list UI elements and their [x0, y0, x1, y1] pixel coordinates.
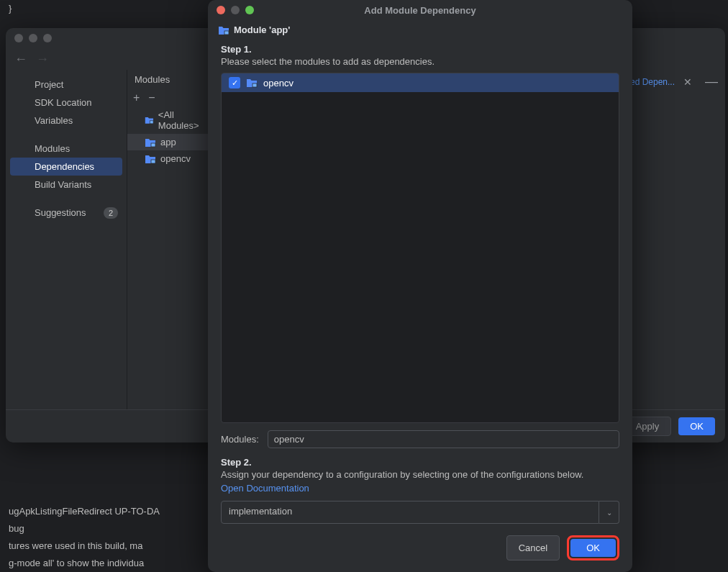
minimize-icon[interactable] [29, 34, 37, 42]
add-module-dependency-dialog: Add Module Dependency Module 'app' Step … [208, 0, 632, 572]
modules-header: Modules [127, 70, 211, 89]
folder-icon [218, 25, 229, 35]
dialog-module-label: Module 'app' [208, 20, 632, 40]
nav-item-modules[interactable]: Modules [6, 140, 127, 158]
dialog-title: Add Module Dependency [208, 5, 632, 16]
step1-description: Please select the modules to add as depe… [208, 55, 632, 73]
module-item-opencv[interactable]: opencv [127, 150, 211, 167]
configuration-select-value[interactable]: implementation [221, 501, 599, 524]
maximize-icon[interactable] [245, 6, 254, 14]
suggestions-badge: 2 [104, 207, 118, 219]
svg-rect-3 [224, 31, 229, 35]
minimize-icon[interactable]: — [705, 74, 718, 89]
module-row-label: opencv [263, 78, 294, 88]
folder-icon [145, 154, 156, 164]
configuration-select[interactable]: implementation ⌄ [221, 501, 619, 524]
ok-button[interactable]: OK [570, 539, 616, 557]
close-icon[interactable] [14, 34, 23, 42]
back-arrow-icon[interactable]: ← [14, 52, 27, 67]
chevron-down-icon[interactable]: ⌄ [599, 501, 619, 524]
module-item-app[interactable]: app [127, 134, 211, 150]
forward-arrow-icon[interactable]: → [36, 52, 49, 67]
modules-input-label: Modules: [221, 434, 259, 445]
modules-input[interactable] [268, 430, 619, 448]
dependency-module-list[interactable]: ✓ opencv [221, 73, 619, 423]
cancel-button[interactable]: Cancel [506, 535, 560, 560]
nav-item-build-variants[interactable]: Build Variants [6, 176, 127, 194]
svg-rect-4 [252, 83, 257, 87]
svg-rect-0 [150, 121, 153, 124]
step2-description: Assign your dependency to a configuratio… [208, 468, 632, 481]
close-icon[interactable]: ✕ [683, 76, 692, 88]
nav-item-variables[interactable]: Variables [6, 112, 127, 130]
folder-icon [145, 115, 154, 125]
nav-item-sdk[interactable]: SDK Location [6, 94, 127, 112]
ok-button[interactable]: OK [678, 417, 715, 435]
nav-item-dependencies[interactable]: Dependencies [10, 158, 122, 176]
svg-rect-1 [151, 143, 155, 147]
svg-rect-2 [151, 160, 155, 163]
add-icon[interactable]: + [133, 91, 140, 104]
remove-icon[interactable]: − [148, 91, 155, 104]
maximize-icon[interactable] [43, 34, 52, 42]
module-item-all[interactable]: <All Modules> [127, 106, 211, 134]
nav-item-project[interactable]: Project [6, 76, 127, 94]
open-documentation-link[interactable]: Open Documentation [208, 481, 632, 501]
dialog-titlebar: Add Module Dependency [208, 0, 632, 20]
close-icon[interactable] [217, 6, 225, 14]
dialog-footer: Cancel OK [208, 524, 632, 572]
checkbox-checked-icon[interactable]: ✓ [229, 77, 240, 88]
module-row-opencv[interactable]: ✓ opencv [222, 73, 619, 92]
modules-panel: Modules + − <All Modules> app opencv [127, 70, 211, 409]
step1-header: Step 1. [208, 40, 632, 55]
nav-item-suggestions[interactable]: Suggestions 2 [6, 204, 127, 222]
declared-dependencies-link[interactable]: ed Depen... [630, 77, 675, 87]
folder-icon [145, 137, 156, 147]
folder-icon [246, 78, 258, 88]
ok-button-highlight: OK [567, 535, 619, 560]
settings-nav-sidebar: Project SDK Location Variables Modules D… [6, 70, 127, 409]
step2-header: Step 2. [208, 453, 632, 468]
minimize-icon[interactable] [231, 6, 240, 14]
